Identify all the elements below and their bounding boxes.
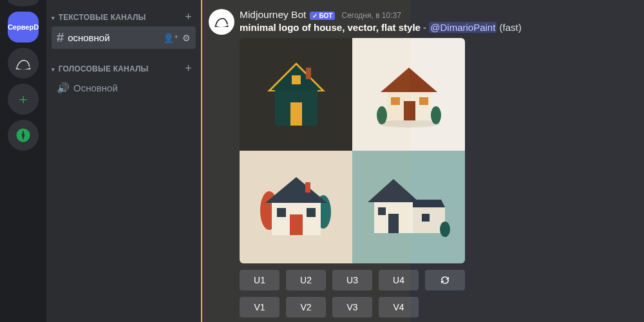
svg-rect-6 — [306, 68, 311, 79]
invite-icon[interactable]: 👤⁺ — [163, 33, 178, 43]
svg-rect-27 — [388, 214, 399, 233]
message-header: Midjourney Bot БОТ Сегодня, в 10:37 — [240, 9, 634, 21]
category-text-channels[interactable]: ▾ ТЕКСТОВЫЕ КАНАЛЫ + — [46, 6, 201, 26]
upscale-1-button[interactable]: U1 — [240, 270, 279, 290]
svg-marker-8 — [381, 68, 437, 92]
server-item-active[interactable]: СерверD — [8, 12, 39, 43]
svg-rect-21 — [307, 208, 316, 217]
server-item-midjourney[interactable] — [8, 48, 39, 79]
channel-name: основной — [68, 32, 159, 43]
add-server-button[interactable]: ＋ — [8, 84, 39, 115]
svg-marker-17 — [265, 177, 327, 203]
plus-icon: ＋ — [16, 90, 30, 109]
mention-highlight-bar — [201, 0, 202, 322]
channel-sidebar: ▾ ТЕКСТОВЫЕ КАНАЛЫ + # основной 👤⁺ ⚙ ▾ Г… — [46, 0, 201, 322]
user-mention[interactable]: @DimarioPaint — [429, 22, 497, 33]
prompt-text: minimal logo of house, vector, flat styl… — [240, 22, 421, 33]
image-tile-3 — [240, 151, 352, 263]
server-rail: СерверD ＋ — [0, 0, 46, 322]
house-illustration — [364, 169, 454, 246]
bot-badge: БОТ — [310, 12, 335, 20]
add-channel-button[interactable]: + — [185, 10, 192, 24]
explore-button[interactable] — [8, 120, 39, 151]
sailboat-icon — [14, 54, 32, 72]
message-timestamp: Сегодня, в 10:37 — [341, 11, 401, 20]
speaker-icon: 🔊 — [57, 82, 70, 94]
image-tile-4 — [352, 151, 465, 263]
variation-3-button[interactable]: V3 — [332, 297, 372, 317]
compass-icon — [14, 126, 32, 144]
variation-2-button[interactable]: V2 — [286, 297, 326, 317]
house-illustration — [370, 56, 448, 133]
message-content: minimal logo of house, vector, flat styl… — [240, 22, 634, 33]
gear-icon[interactable]: ⚙ — [182, 33, 191, 43]
author-name[interactable]: Midjourney Bot — [240, 9, 306, 21]
svg-rect-5 — [292, 75, 301, 84]
svg-rect-29 — [422, 214, 430, 222]
image-tile-2 — [352, 38, 465, 151]
server-label: СерверD — [8, 23, 39, 31]
upscale-2-button[interactable]: U2 — [286, 270, 326, 290]
svg-rect-4 — [290, 102, 302, 126]
category-label: ▾ ГОЛОСОВЫЕ КАНАЛЫ — [52, 64, 148, 73]
hash-icon: # — [57, 30, 64, 45]
svg-rect-12 — [419, 97, 428, 105]
svg-marker-26 — [413, 200, 445, 207]
reroll-icon — [439, 274, 451, 286]
variation-1-button[interactable]: V1 — [240, 297, 279, 317]
reroll-button[interactable] — [425, 270, 465, 290]
channel-name: Основной — [73, 82, 191, 93]
svg-rect-11 — [391, 97, 400, 105]
chevron-down-icon: ▾ — [52, 66, 55, 73]
bot-avatar[interactable] — [209, 9, 234, 35]
channel-item-main-text[interactable]: # основной 👤⁺ ⚙ — [52, 26, 196, 49]
house-illustration — [251, 166, 341, 249]
svg-point-13 — [377, 106, 387, 124]
svg-point-14 — [431, 106, 441, 124]
svg-marker-23 — [368, 179, 419, 202]
generated-image-grid[interactable] — [240, 38, 465, 263]
svg-point-7 — [378, 120, 440, 128]
svg-point-30 — [440, 222, 450, 237]
mode-text: (fast) — [500, 22, 522, 33]
variation-4-button[interactable]: V4 — [379, 297, 419, 317]
upscale-button-row: U1 U2 U3 U4 — [240, 270, 634, 290]
upscale-4-button[interactable]: U4 — [379, 270, 419, 290]
category-voice-channels[interactable]: ▾ ГОЛОСОВЫЕ КАНАЛЫ + — [46, 58, 201, 78]
svg-rect-22 — [305, 182, 310, 193]
chevron-down-icon: ▾ — [52, 15, 55, 21]
svg-rect-19 — [290, 214, 303, 235]
image-tile-1 — [240, 38, 352, 151]
svg-rect-28 — [378, 207, 386, 215]
sailboat-icon — [213, 14, 230, 30]
variation-button-row: V1 V2 V3 V4 — [240, 297, 634, 317]
channel-item-main-voice[interactable]: 🔊 Основной — [52, 78, 196, 98]
chat-area: Midjourney Bot БОТ Сегодня, в 10:37 mini… — [201, 0, 644, 322]
svg-rect-10 — [404, 101, 415, 120]
svg-rect-20 — [277, 208, 286, 217]
upscale-3-button[interactable]: U3 — [332, 270, 372, 290]
category-label: ▾ ТЕКСТОВЫЕ КАНАЛЫ — [52, 13, 146, 22]
add-channel-button[interactable]: + — [185, 62, 192, 75]
house-illustration — [261, 56, 332, 133]
server-item-partial[interactable] — [8, 0, 39, 6]
